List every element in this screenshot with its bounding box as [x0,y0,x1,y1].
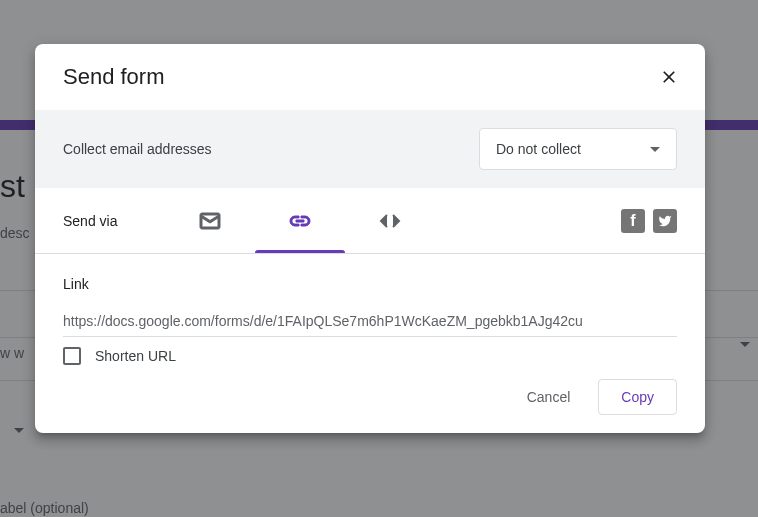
tab-embed[interactable] [345,188,435,253]
facebook-icon: f [630,212,635,230]
link-url-input[interactable] [63,313,677,329]
send-via-section: Send via f [35,188,705,254]
collect-email-label: Collect email addresses [63,141,212,157]
twitter-share-button[interactable] [653,209,677,233]
embed-icon [378,209,402,233]
twitter-icon [658,214,672,228]
collect-email-selected: Do not collect [496,141,581,157]
shorten-url-checkbox[interactable] [63,347,81,365]
cancel-button[interactable]: Cancel [509,379,589,415]
link-icon [288,209,312,233]
close-icon [659,67,679,87]
send-via-label: Send via [63,213,117,229]
shorten-url-label: Shorten URL [95,348,176,364]
send-form-dialog: Send form Collect email addresses Do not… [35,44,705,433]
facebook-share-button[interactable]: f [621,209,645,233]
copy-button[interactable]: Copy [598,379,677,415]
collect-email-select[interactable]: Do not collect [479,128,677,170]
tab-link[interactable] [255,188,345,253]
collect-email-section: Collect email addresses Do not collect [35,110,705,188]
chevron-down-icon [650,147,660,152]
link-label: Link [63,276,677,292]
tab-email[interactable] [165,188,255,253]
email-icon [198,209,222,233]
dialog-title: Send form [63,64,165,90]
close-button[interactable] [657,65,681,89]
